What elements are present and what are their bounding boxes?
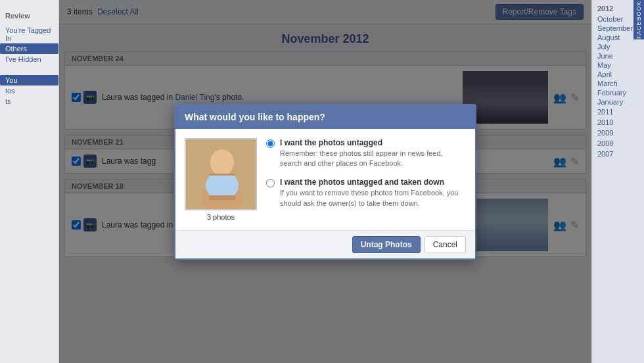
main-content: 3 items Deselect All Report/Remove Tags … xyxy=(59,0,591,363)
svg-rect-6 xyxy=(209,176,235,195)
untag-photos-button[interactable]: Untag Photos xyxy=(352,236,421,253)
modal-photo-preview xyxy=(185,138,257,210)
sidebar-photos[interactable]: tos xyxy=(0,85,58,96)
modal-option-1: I want the photos untagged Remember: the… xyxy=(266,138,466,169)
modal-title: What would you like to happen? xyxy=(185,112,466,122)
modal-photo-container: 3 photos xyxy=(185,138,257,221)
review-label: Review xyxy=(0,9,58,21)
modal-dialog: What would you like to happen? xyxy=(174,104,476,260)
modal-body: 3 photos I want the photos untagged Reme… xyxy=(175,129,475,230)
option2-desc: If you want to remove these photos from … xyxy=(280,188,466,208)
sidebar-item-hidden[interactable]: I've Hidden xyxy=(0,54,58,64)
month-may[interactable]: May xyxy=(592,60,644,70)
option2-radio[interactable] xyxy=(266,179,275,187)
modal-options: I want the photos untagged Remember: the… xyxy=(266,138,466,218)
modal-overlay: What would you like to happen? xyxy=(59,0,591,363)
month-july[interactable]: July xyxy=(592,42,644,51)
option1-title: I want the photos untagged xyxy=(280,138,466,147)
month-march[interactable]: March xyxy=(592,79,644,88)
month-april[interactable]: April xyxy=(592,70,644,79)
modal-photo-label: 3 photos xyxy=(207,213,235,221)
sidebar-item-tagged-in[interactable]: You're Tagged In xyxy=(0,25,58,43)
modal-footer: Untag Photos Cancel xyxy=(175,230,475,258)
facebook-label: FACEBOOK xyxy=(633,0,644,39)
option1-radio[interactable] xyxy=(266,139,275,148)
option1-desc: Remember: these photos still appear in n… xyxy=(280,149,466,169)
month-january[interactable]: January xyxy=(592,97,644,107)
option2-text: I want the photos untagged and taken dow… xyxy=(280,178,466,208)
modal-header: What would you like to happen? xyxy=(175,105,475,129)
sidebar-posts[interactable]: ts xyxy=(0,96,58,107)
modal-photo-svg xyxy=(186,139,257,210)
right-sidebar: 2012 October September August July June … xyxy=(591,0,644,363)
year-2011[interactable]: 2011 xyxy=(592,107,644,117)
option2-title: I want the photos untagged and taken dow… xyxy=(280,178,466,187)
svg-point-1 xyxy=(210,149,234,176)
year-2010[interactable]: 2010 xyxy=(592,117,644,128)
month-june[interactable]: June xyxy=(592,51,644,60)
cancel-button[interactable]: Cancel xyxy=(425,236,466,253)
sidebar-item-others[interactable]: Others xyxy=(0,43,58,54)
modal-option-2: I want the photos untagged and taken dow… xyxy=(266,178,466,208)
left-sidebar: Review You're Tagged In Others I've Hidd… xyxy=(0,0,59,363)
sidebar-you-label[interactable]: You xyxy=(0,75,58,85)
month-february[interactable]: February xyxy=(592,88,644,97)
year-2009[interactable]: 2009 xyxy=(592,128,644,138)
year-2008[interactable]: 2008 xyxy=(592,138,644,149)
year-2007[interactable]: 2007 xyxy=(592,149,644,159)
option1-text: I want the photos untagged Remember: the… xyxy=(280,138,466,169)
